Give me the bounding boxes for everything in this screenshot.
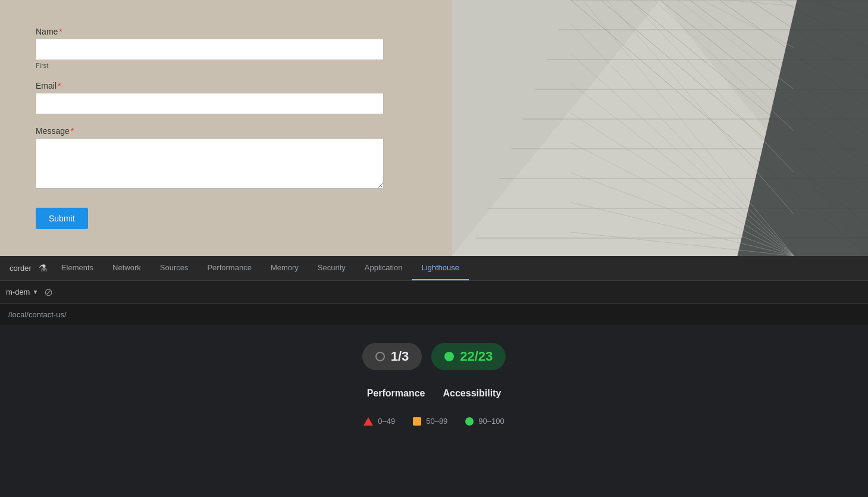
name-field-group: Name* First: [36, 27, 416, 69]
tab-memory[interactable]: Memory: [261, 256, 308, 280]
legend-range-high: 90–100: [478, 417, 504, 426]
hero-image: [452, 0, 868, 256]
category-performance-label: Performance: [367, 388, 425, 399]
lighthouse-panel: 1/3 22/23 Performance Accessibility 0–49…: [0, 325, 868, 497]
tab-elements[interactable]: Elements: [52, 256, 103, 280]
flask-icon: ⚗: [39, 262, 47, 274]
circle-icon: [465, 417, 474, 426]
score-value-accessibility: 22/23: [460, 349, 493, 364]
email-field-group: Email*: [36, 81, 416, 114]
category-accessibility-label: Accessibility: [443, 388, 502, 399]
score-legend: 0–49 50–89 90–100: [364, 417, 504, 426]
score-pill-accessibility[interactable]: 22/23: [431, 343, 506, 370]
devtools-toolbar: corder ⚗ Elements Network Sources Perfor…: [0, 256, 868, 281]
url-text: /local/contact-us/: [8, 310, 67, 319]
email-label: Email*: [36, 81, 416, 90]
url-bar: /local/contact-us/: [0, 304, 868, 325]
tab-network[interactable]: Network: [103, 256, 151, 280]
legend-range-medium: 50–89: [426, 417, 447, 426]
legend-item-low: 0–49: [364, 417, 395, 426]
legend-item-medium: 50–89: [413, 417, 447, 426]
no-throttling-icon[interactable]: ⊘: [44, 286, 53, 299]
profile-label: m-dem: [6, 287, 30, 296]
score-dot-green: [444, 352, 454, 361]
legend-range-low: 0–49: [378, 417, 395, 426]
square-icon: [413, 417, 421, 426]
profile-selector[interactable]: m-dem ▼: [6, 287, 38, 296]
score-dot-gray: [375, 352, 385, 361]
toolbar-left: corder ⚗: [5, 260, 47, 276]
score-pills: 1/3 22/23: [362, 343, 506, 370]
form-section: Name* First Email* Message* Submit: [0, 0, 452, 256]
devtools-tab-list: Elements Network Sources Performance Mem…: [52, 256, 469, 280]
tab-application[interactable]: Application: [355, 256, 412, 280]
tab-lighthouse[interactable]: Lighthouse: [412, 256, 469, 280]
name-sublabel: First: [36, 62, 416, 69]
triangle-icon: [364, 417, 373, 426]
message-label: Message*: [36, 126, 416, 136]
arch-image-svg: [452, 0, 868, 256]
message-field-group: Message*: [36, 126, 416, 191]
tab-security[interactable]: Security: [308, 256, 355, 280]
name-input[interactable]: [36, 39, 384, 60]
devtools-toolbar2: m-dem ▼ ⊘: [0, 281, 868, 304]
tab-sources[interactable]: Sources: [151, 256, 198, 280]
email-input[interactable]: [36, 93, 384, 114]
name-label: Name*: [36, 27, 416, 36]
recorder-label: corder: [5, 260, 36, 276]
submit-button[interactable]: Submit: [36, 208, 88, 229]
legend-item-high: 90–100: [465, 417, 504, 426]
dropdown-arrow-icon: ▼: [32, 289, 38, 295]
score-pill-performance[interactable]: 1/3: [362, 343, 422, 370]
category-labels: Performance Accessibility: [367, 388, 502, 399]
tab-performance[interactable]: Performance: [198, 256, 261, 280]
message-textarea[interactable]: [36, 138, 384, 189]
score-value-performance: 1/3: [391, 349, 409, 364]
top-area: Name* First Email* Message* Submit: [0, 0, 868, 256]
